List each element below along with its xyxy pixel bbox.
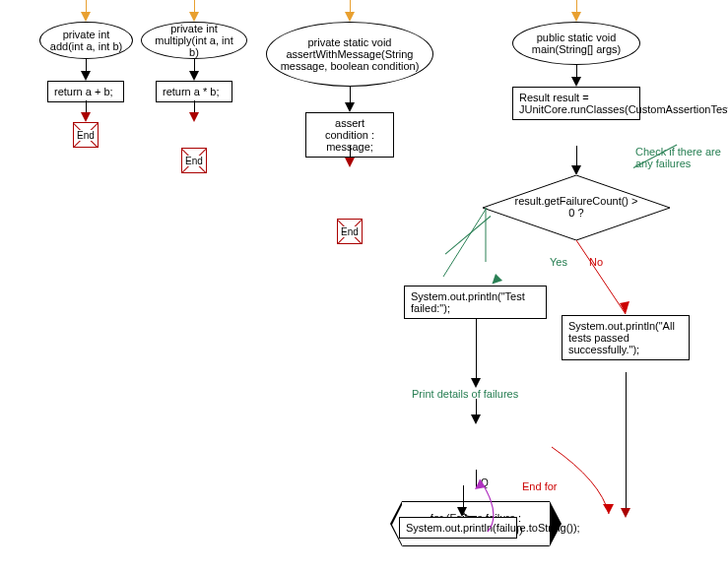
- main-step1: Result result = JUnitCore.runClasses(Cus…: [512, 87, 640, 120]
- add-body-text: return a + b;: [54, 86, 113, 97]
- add-header: private int add(int a, int b): [39, 22, 133, 59]
- svg-marker-18: [471, 414, 481, 424]
- svg-marker-7: [345, 102, 355, 112]
- multiply-header-text: private int multiply(int a, int b): [150, 23, 238, 58]
- multiply-end-text: End: [185, 156, 203, 166]
- multiply-end: End: [181, 148, 207, 173]
- svg-marker-8: [345, 158, 355, 167]
- yes-branch: System.out.println("Test failed:");: [404, 286, 547, 319]
- multiply-body: return a * b;: [156, 81, 232, 102]
- no-branch: System.out.println("All tests passed suc…: [562, 315, 690, 360]
- assert-end: End: [337, 219, 363, 244]
- no-branch-text: System.out.println("All tests passed suc…: [568, 320, 675, 355]
- svg-marker-22: [621, 508, 630, 518]
- assert-end-text: End: [341, 226, 359, 237]
- no-label: No: [589, 256, 603, 268]
- svg-marker-19: [457, 507, 467, 517]
- svg-marker-0: [81, 12, 91, 22]
- main-comment2: Print details of failures: [412, 388, 518, 400]
- endfor-label: End for: [522, 480, 557, 492]
- svg-marker-9: [571, 12, 581, 22]
- svg-marker-5: [189, 112, 199, 122]
- main-header-text: public static void main(String[] args): [521, 32, 631, 55]
- main-header: public static void main(String[] args): [512, 22, 640, 65]
- svg-marker-4: [189, 71, 199, 81]
- svg-marker-2: [81, 112, 91, 122]
- main-comment1: Check if there are any failures: [635, 146, 724, 169]
- add-end-text: End: [77, 130, 95, 141]
- multiply-header: private int multiply(int a, int b): [141, 22, 247, 59]
- assert-header: private static void assertWithMessage(St…: [266, 22, 433, 87]
- add-header-text: private int add(int a, int b): [50, 29, 122, 52]
- svg-marker-17: [471, 378, 481, 388]
- svg-marker-1: [81, 71, 91, 81]
- add-end: End: [73, 122, 99, 148]
- yes-branch-text: System.out.println("Test failed:");: [411, 290, 525, 314]
- add-body: return a + b;: [47, 81, 124, 102]
- yes-label: Yes: [550, 256, 567, 268]
- svg-marker-3: [189, 12, 199, 22]
- svg-marker-10: [571, 77, 581, 87]
- assert-header-text: private static void assertWithMessage(St…: [275, 36, 425, 72]
- main-step1-text: Result result = JUnitCore.runClasses(Cus…: [519, 92, 728, 115]
- multiply-body-text: return a * b;: [163, 86, 219, 97]
- svg-marker-11: [571, 165, 581, 175]
- svg-marker-6: [345, 12, 355, 22]
- svg-marker-21: [603, 504, 614, 514]
- svg-marker-20: [475, 479, 486, 489]
